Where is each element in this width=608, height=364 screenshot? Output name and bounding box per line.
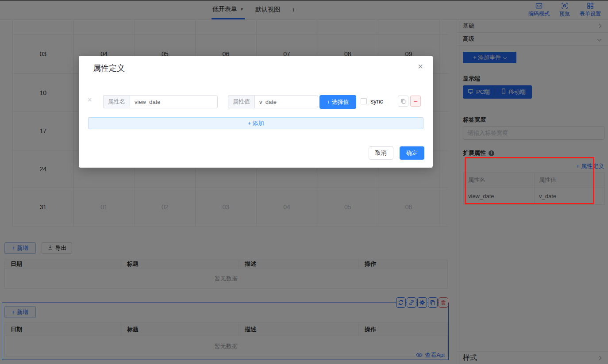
app-screen: 低开表单 ▼ 默认视图 + 编码模式 <box>0 0 608 364</box>
remove-row-button[interactable]: − <box>410 96 421 107</box>
select-value-button[interactable]: + 选择值 <box>319 95 356 109</box>
property-definition-dialog: 属性定义 × × 属性名 属性值 + 选择值 sync − + 添加 <box>79 56 433 168</box>
prop-name-input[interactable] <box>130 95 218 108</box>
confirm-button[interactable]: 确定 <box>400 146 424 160</box>
modal-overlay-mask <box>0 0 608 364</box>
dialog-title: 属性定义 <box>93 63 125 73</box>
prop-name-addon: 属性名 <box>103 95 130 108</box>
remove-row-icon[interactable]: × <box>88 96 92 104</box>
select-value-label: + 选择值 <box>327 98 349 106</box>
prop-value-input[interactable] <box>254 95 318 108</box>
prop-value-group: 属性值 <box>228 95 318 108</box>
add-property-row-button[interactable]: + 添加 <box>88 117 423 129</box>
minus-icon: − <box>414 98 417 105</box>
cancel-label: 取消 <box>375 149 387 157</box>
cancel-button[interactable]: 取消 <box>369 146 393 160</box>
close-icon[interactable]: × <box>418 62 423 71</box>
copy-row-button[interactable] <box>398 96 408 107</box>
prop-name-group: 属性名 <box>103 95 218 108</box>
sync-label: sync <box>370 98 383 105</box>
confirm-label: 确定 <box>406 149 418 157</box>
prop-value-addon: 属性值 <box>228 95 254 108</box>
add-property-row-label: + 添加 <box>247 119 264 127</box>
sync-checkbox[interactable] <box>361 98 367 104</box>
